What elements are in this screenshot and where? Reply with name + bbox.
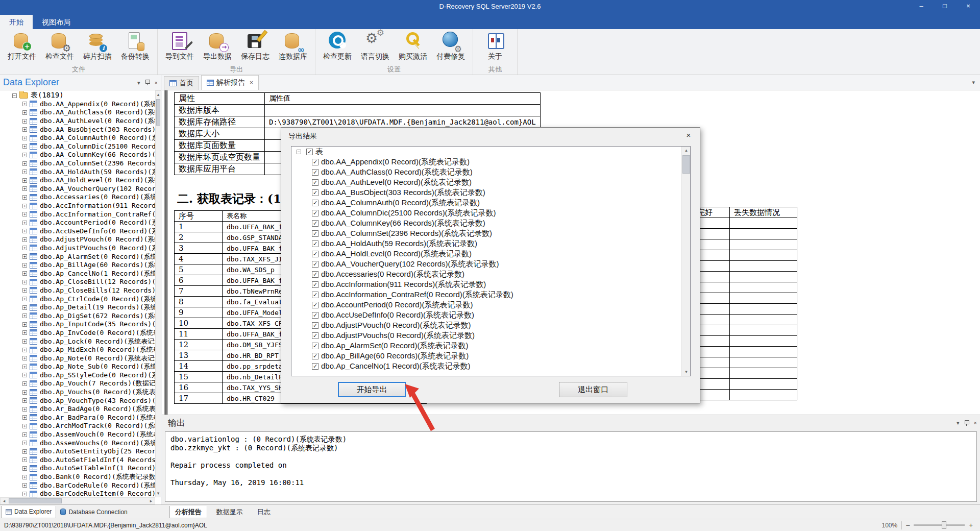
expander-icon[interactable]: + — [22, 144, 27, 149]
ribbon-button[interactable]: 碎片扫描 — [79, 30, 116, 65]
expander-icon[interactable]: + — [22, 186, 27, 191]
close-button[interactable]: × — [957, 0, 980, 13]
close-icon[interactable]: × — [974, 419, 977, 426]
checkbox-checked-icon[interactable]: ✓ — [312, 261, 318, 268]
tree-horizontal-scrollbar[interactable]: ◂ ▸ — [0, 497, 155, 504]
tree-item[interactable]: + dbo.AA_AuthClass(0 Record)(系统表记录数) — [0, 108, 155, 117]
tree-item[interactable]: + dbo.AutoSetTableInf(1 Record)(系统表记录数) — [0, 464, 155, 473]
expander-icon[interactable]: + — [22, 390, 27, 395]
expander-icon[interactable]: + — [22, 424, 27, 428]
export-list-item[interactable]: ✓ dbo.Ap_BillAge(60 Records)(系统表记录数) — [291, 351, 690, 361]
dialog-scrollbar[interactable]: ▴ ▾ — [681, 147, 690, 376]
export-list-item[interactable]: ✓ dbo.AdjustPVouch(0 Record)(系统表记录数) — [291, 320, 690, 330]
scroll-down-icon[interactable]: ▾ — [156, 490, 161, 497]
scroll-down-icon[interactable]: ▾ — [682, 368, 691, 376]
dialog-close-icon[interactable]: × — [677, 128, 700, 143]
checkbox-checked-icon[interactable]: ✓ — [312, 251, 318, 257]
export-list-item[interactable]: ✓ dbo.AA_ColumnDic(25100 Records)(系统表记录数… — [291, 208, 690, 218]
ribbon-button[interactable]: 关于 — [476, 30, 514, 65]
zoom-slider[interactable] — [914, 524, 965, 526]
export-list-item[interactable]: ✓ dbo.AccInformation_ContraRef(0 Record)… — [291, 289, 690, 300]
tree-item[interactable]: + dbo.AA_ColumnDic(25100 Records)(系统表记录数… — [0, 142, 155, 151]
expander-icon[interactable]: + — [22, 119, 27, 124]
ribbon-button[interactable]: 备份转换 — [116, 30, 154, 65]
checkbox-checked-icon[interactable]: ✓ — [312, 292, 318, 298]
ribbon-button[interactable]: 购买激活 — [394, 30, 432, 65]
tab-home[interactable]: 首页 — [164, 76, 199, 90]
checkbox-checked-icon[interactable]: ✓ — [312, 363, 318, 370]
scroll-left-icon[interactable]: ◂ — [1, 498, 8, 504]
tree-item[interactable]: + dbo.Ap_InvCode(0 Record)(系统表记录数) — [0, 329, 155, 337]
expander-icon[interactable]: + — [22, 483, 27, 488]
ribbon-button[interactable]: 导出数据 — [199, 30, 236, 65]
expander-icon[interactable]: + — [22, 204, 27, 208]
expander-icon[interactable]: + — [22, 136, 27, 140]
export-list-item[interactable]: ✓ dbo.Accessaries(0 Record)(系统表记录数) — [291, 269, 690, 279]
tree-item[interactable]: + dbo.Ap_VouchType(43 Records)(系统表记录数) — [0, 396, 155, 405]
tree-item[interactable]: + dbo.AA_HoldAuth(59 Records)(系统表记录数) — [0, 167, 155, 176]
expander-icon[interactable]: + — [22, 263, 27, 268]
tree-item[interactable]: + dbo.AccUseDefInfo(0 Record)(系统表记录数) — [0, 227, 155, 236]
expander-icon[interactable]: + — [22, 153, 27, 157]
ribbon-button[interactable]: 语言切换 — [356, 30, 394, 65]
expander-icon[interactable]: + — [22, 271, 27, 276]
scrollbar-thumb[interactable] — [9, 498, 62, 503]
checkbox-checked-icon[interactable]: ✓ — [312, 322, 318, 329]
expander-icon[interactable]: + — [22, 322, 27, 327]
dialog-tree-root[interactable]: − ✓ 表 — [291, 147, 690, 157]
checkbox-checked-icon[interactable]: ✓ — [306, 149, 313, 155]
tree-item[interactable]: + dbo.Ap_InputCode(35 Records)(系统表记录数) — [0, 320, 155, 329]
expander-icon[interactable]: + — [22, 237, 27, 242]
tree-item[interactable]: + dbo.Ap_AlarmSet(0 Record)(系统表记录数) — [0, 252, 155, 261]
scroll-right-icon[interactable]: ▸ — [148, 498, 155, 504]
dock-tab-database-connection[interactable]: Database Connection — [56, 506, 131, 518]
pin-icon[interactable] — [964, 420, 970, 426]
tree-item[interactable]: + dbo.Ar_BadPara(0 Record)(系统表记录数) — [0, 414, 155, 422]
expander-icon[interactable]: + — [22, 492, 27, 496]
expander-icon[interactable]: + — [22, 373, 27, 377]
checkbox-checked-icon[interactable]: ✓ — [312, 230, 318, 237]
tree-item[interactable]: + dbo.AdjustPVouch(0 Record)(系统表记录数) — [0, 235, 155, 244]
tree-item[interactable]: + dbo.AA_ColumnAuth(0 Record)(系统表记录数) — [0, 134, 155, 142]
expander-icon[interactable]: + — [22, 330, 27, 335]
tab-analysis-report[interactable]: 解析报告 × — [201, 75, 259, 90]
expander-icon[interactable]: + — [22, 466, 27, 471]
tree-item[interactable]: + dbo.AA_HoldLevel(0 Record)(系统表记录数) — [0, 176, 155, 185]
expander-icon[interactable]: + — [22, 246, 27, 250]
export-list-item[interactable]: ✓ dbo.AA_AuthClass(0 Record)(系统表记录数) — [291, 167, 690, 177]
expander-icon[interactable]: + — [22, 365, 27, 369]
export-list-item[interactable]: ✓ dbo.AccUseDefInfo(0 Record)(系统表记录数) — [291, 310, 690, 320]
export-list-item[interactable]: ✓ dbo.AA_ColumnKey(66 Records)(系统表记录数) — [291, 218, 690, 228]
tree-item[interactable]: + dbo.AA_ColumnKey(66 Records)(系统表记录数) — [0, 151, 155, 159]
checkbox-checked-icon[interactable]: ✓ — [312, 189, 318, 196]
checkbox-checked-icon[interactable]: ✓ — [312, 220, 318, 227]
scrollbar-thumb[interactable] — [156, 99, 160, 126]
tree-item[interactable]: + dbo.Ap_Note_Sub(0 Record)(系统表记录数) — [0, 363, 155, 371]
tree-item[interactable]: + dbo.Ap_CancelNo(1 Record)(系统表记录数) — [0, 269, 155, 278]
checkbox-checked-icon[interactable]: ✓ — [312, 200, 318, 206]
tree-item[interactable]: + dbo.Ar_BadAge(0 Record)(系统表记录数) — [0, 405, 155, 414]
checkbox-checked-icon[interactable]: ✓ — [312, 343, 318, 349]
expander-icon[interactable]: + — [22, 457, 27, 462]
tree-item[interactable]: + dbo.Ap_Note(0 Record)(系统表记录数) — [0, 354, 155, 363]
tree-item[interactable]: + dbo.AssemVouch(0 Record)(系统表记录数) — [0, 430, 155, 439]
export-list-item[interactable]: ✓ dbo.AA_Appendix(0 Record)(系统表记录数) — [291, 157, 690, 167]
expander-icon[interactable]: + — [22, 441, 27, 445]
zoom-in-button[interactable]: + — [969, 521, 973, 529]
tree-item[interactable]: + dbo.Accessaries(0 Record)(系统表记录数) — [0, 193, 155, 202]
tab-close-icon[interactable]: × — [250, 79, 253, 86]
tree-item[interactable]: + dbo.AA_Appendix(0 Record)(系统表记录数) — [0, 100, 155, 109]
dock-tab-data-explorer[interactable]: Data Explorer — [1, 506, 56, 518]
tree-item[interactable]: + dbo.Ap_MidExch(0 Record)(系统表记录数) — [0, 346, 155, 354]
close-icon[interactable]: × — [155, 79, 158, 86]
checkbox-checked-icon[interactable]: ✓ — [312, 169, 318, 176]
tree-item[interactable]: + dbo.AutoSetEntityObj(25 Records)(系统表记录… — [0, 447, 155, 456]
tree-item[interactable]: + dbo.AA_BusObject(303 Records)(系统表记录数) — [0, 125, 155, 134]
expander-icon[interactable]: + — [22, 381, 27, 386]
expander-icon[interactable]: + — [22, 110, 27, 115]
tree-item[interactable]: + dbo.AccInformation(911 Records)(系统表记录数… — [0, 202, 155, 210]
expander-icon[interactable]: + — [22, 178, 27, 183]
start-export-button[interactable]: 开始导出 — [338, 382, 406, 397]
export-list-item[interactable]: ✓ dbo.AccInformation(911 Records)(系统表记录数… — [291, 279, 690, 289]
chevron-down-icon[interactable]: ▾ — [957, 419, 960, 426]
